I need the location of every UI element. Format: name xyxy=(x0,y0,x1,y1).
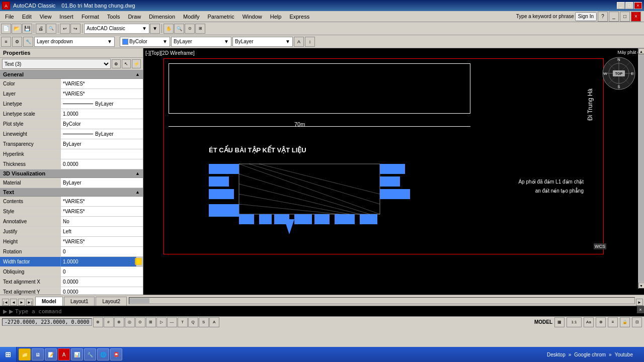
layer-state-button[interactable]: ⚙ xyxy=(12,37,22,47)
desktop-label[interactable]: Desktop xyxy=(547,352,566,357)
layer-tools-button[interactable]: 🔧 xyxy=(23,37,33,47)
viewport-scale[interactable]: 1:1 xyxy=(567,317,582,327)
clean-btn[interactable]: ⊡ xyxy=(632,317,642,327)
prop-transparency-value[interactable]: ByLayer xyxy=(60,139,143,149)
prop-justify-value[interactable]: Left xyxy=(60,227,143,236)
hscrollbar[interactable] xyxy=(129,297,635,304)
menu-draw[interactable]: Draw xyxy=(124,13,145,21)
dropdown-btn[interactable]: ▼ xyxy=(150,24,160,34)
tab-next-button[interactable]: ► xyxy=(18,299,25,306)
workspace-dropdown[interactable]: AutoCAD Classic ▼ xyxy=(84,24,149,34)
anno-scale-btn[interactable]: Aa xyxy=(584,317,594,327)
print-button[interactable]: 🖨 xyxy=(36,24,46,34)
menu-express[interactable]: Express xyxy=(285,13,313,21)
tab-model[interactable]: Model xyxy=(35,297,63,306)
tab-last-button[interactable]: ►| xyxy=(26,299,33,306)
prop-hyperlink-value[interactable] xyxy=(60,149,143,159)
youtube-label[interactable]: Youtube xyxy=(615,352,633,357)
menu-parametric[interactable]: Parametric xyxy=(203,13,238,21)
select-objects-button[interactable]: ↖ xyxy=(122,59,131,68)
plot-style-button[interactable]: A xyxy=(294,37,304,47)
zoom-button[interactable]: 🔍 xyxy=(174,24,184,34)
taskbar-app-acad[interactable]: A xyxy=(58,348,70,360)
grid-toggle[interactable]: ▦ xyxy=(554,317,565,327)
menu-window[interactable]: Window xyxy=(238,13,266,21)
prop-material-value[interactable]: ByLayer xyxy=(60,178,143,188)
taskbar-app-4[interactable]: 📊 xyxy=(71,348,83,360)
layer-dropdown[interactable]: Layer dropdown ▼ xyxy=(34,37,115,47)
tp-icon[interactable]: T xyxy=(178,317,188,327)
taskbar-app-explorer[interactable]: 📁 xyxy=(19,348,31,360)
menu-modify[interactable]: Modify xyxy=(179,13,203,21)
taskbar-app-1[interactable]: 🖥 xyxy=(32,348,44,360)
zoom-window-button[interactable]: ⊞ xyxy=(195,24,205,34)
tab-layout2[interactable]: Layout2 xyxy=(96,297,127,306)
cmd-close-icon[interactable]: × xyxy=(637,306,644,313)
redo-button[interactable]: ↪ xyxy=(70,24,80,34)
save-button[interactable]: 💾 xyxy=(22,24,32,34)
prop-color-value[interactable]: *VARIES* xyxy=(60,79,143,88)
prop-style-value[interactable]: *VARIES* xyxy=(60,207,143,216)
open-button[interactable]: 📂 xyxy=(12,24,22,34)
snap-icon[interactable]: ⊕ xyxy=(93,317,103,327)
prop-height-value[interactable]: *VARIES* xyxy=(60,237,143,246)
match-prop-button[interactable]: ↕ xyxy=(305,37,315,47)
section-text[interactable]: Text ▲ xyxy=(0,188,143,197)
menu-edit[interactable]: Edit xyxy=(18,13,36,21)
prop-rotation-value[interactable]: 0 xyxy=(60,247,143,256)
color-dropdown[interactable]: ByColor ▼ xyxy=(120,37,170,47)
dyn-icon[interactable]: ▷ xyxy=(156,317,167,327)
prop-text-align-y-value[interactable]: 0.0000 xyxy=(60,287,143,295)
tab-layout1[interactable]: Layout1 xyxy=(64,297,95,306)
lwt-icon[interactable]: — xyxy=(167,317,177,327)
hscroll-thumb[interactable] xyxy=(129,298,149,303)
undo-button[interactable]: ↩ xyxy=(60,24,70,34)
vscrollbar[interactable]: ▲ ▼ xyxy=(638,48,644,289)
tab-prev-button[interactable]: ◄ xyxy=(10,299,17,306)
polar-icon[interactable]: ⊗ xyxy=(114,317,124,327)
window-min-button[interactable]: _ xyxy=(609,12,619,22)
close-button[interactable]: × xyxy=(634,2,642,9)
taskbar-app-6[interactable]: 🌐 xyxy=(97,348,109,360)
prop-contents-value[interactable]: *VARIES* xyxy=(60,197,143,206)
zoom-prev-button[interactable]: ⊙ xyxy=(185,24,195,34)
qp-icon[interactable]: Q xyxy=(188,317,198,327)
lineweight-dropdown[interactable]: ByLayer ▼ xyxy=(232,37,293,47)
prop-width-factor-input[interactable] xyxy=(61,257,136,266)
maximize-button[interactable]: □ xyxy=(625,2,633,9)
cmd-input[interactable] xyxy=(15,308,641,315)
ducs-icon[interactable]: ⊞ xyxy=(146,317,156,327)
window-close-button[interactable]: × xyxy=(631,12,641,22)
layer-props-button[interactable]: ≡ xyxy=(1,37,11,47)
otrack-icon[interactable]: ⊙ xyxy=(135,317,145,327)
am-icon[interactable]: A xyxy=(209,317,219,327)
chrome-label[interactable]: Google chrom xyxy=(574,352,606,357)
taskbar-app-7[interactable]: 📮 xyxy=(110,348,122,360)
menu-view[interactable]: View xyxy=(36,13,56,21)
start-button[interactable]: ⊞ xyxy=(0,347,17,362)
menu-insert[interactable]: Insert xyxy=(55,13,77,21)
hscroll-right-btn[interactable]: ► xyxy=(636,299,643,306)
linetype-dropdown[interactable]: ByLayer ▼ xyxy=(171,37,231,47)
window-restore-button[interactable]: □ xyxy=(620,12,630,22)
grid-icon[interactable]: # xyxy=(104,317,114,327)
drawing-area[interactable]: [-][Top][2D Wireframe] 70m ÉT CẤU BÀI TẬ… xyxy=(143,48,644,295)
prop-thickness-value[interactable]: 0.0000 xyxy=(60,159,143,169)
prop-lineweight-value[interactable]: ByLayer xyxy=(60,129,143,139)
tab-first-button[interactable]: |◄ xyxy=(2,299,9,306)
anno-vis-btn[interactable]: ⊕ xyxy=(596,317,606,327)
sign-in-button[interactable]: Sign In xyxy=(575,12,597,21)
prop-plot-style-value[interactable]: ByColor xyxy=(60,119,143,129)
object-type-dropdown[interactable]: Text (3) xyxy=(2,59,111,69)
prop-obliquing-value[interactable]: 0 xyxy=(60,267,143,277)
preview-button[interactable]: 🔍 xyxy=(46,24,56,34)
prop-text-align-x-value[interactable]: 0.0000 xyxy=(60,277,143,287)
section-general[interactable]: General ▲ xyxy=(0,70,143,79)
prop-layer-value[interactable]: *VARIES* xyxy=(60,89,143,99)
taskbar-app-2[interactable]: 📝 xyxy=(45,348,57,360)
quick-select-button[interactable]: ⚡ xyxy=(132,59,141,68)
menu-format[interactable]: Format xyxy=(77,13,103,21)
prop-annotative-value[interactable]: No xyxy=(60,217,143,226)
new-button[interactable]: 📄 xyxy=(1,24,11,34)
minimize-button[interactable]: _ xyxy=(617,2,625,9)
